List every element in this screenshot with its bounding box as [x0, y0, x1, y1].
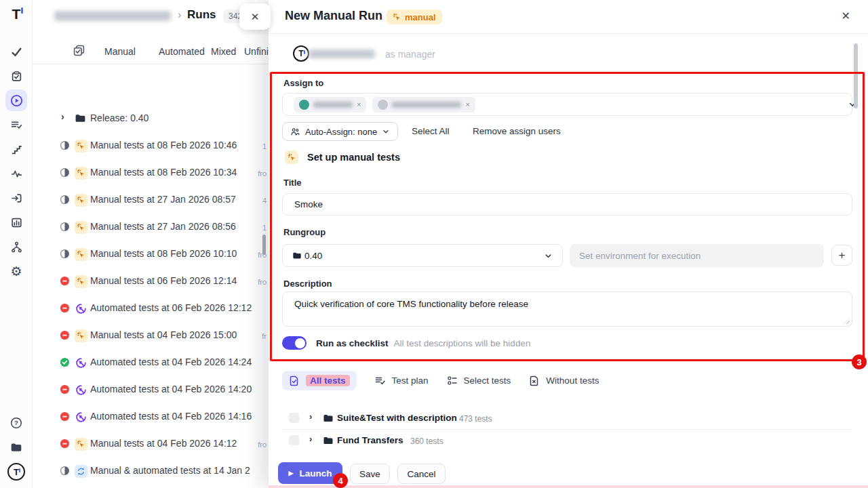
auto-assign-dropdown[interactable]: Auto-Assign: none — [282, 122, 398, 141]
run-list-item[interactable]: Manual tests at 08 Feb 2026 10:10fro — [33, 241, 269, 268]
run-folder-row[interactable]: › Release: 0.40 — [33, 105, 269, 132]
run-trailing-text: 4 — [262, 197, 267, 205]
tab-automated[interactable]: Automated — [159, 46, 205, 57]
run-list-item[interactable]: Automated tests at 06 Feb 2026 12:12 — [33, 295, 269, 322]
drawer-scrollbar-thumb[interactable] — [854, 43, 858, 108]
chip-remove-icon[interactable]: × — [357, 100, 361, 108]
manual-click-icon — [393, 13, 401, 22]
description-textarea[interactable]: Quick verification of core TMS functiona… — [282, 291, 852, 327]
run-list-item[interactable]: Manual tests at 04 Feb 2026 14:12fro — [33, 430, 269, 458]
chevron-right-icon[interactable]: › — [309, 434, 312, 444]
status-in-progress-icon — [60, 167, 70, 178]
close-icon[interactable]: ✕ — [842, 9, 850, 22]
assign-to-multiselect[interactable]: × × — [282, 93, 852, 116]
status-failed-icon — [60, 330, 70, 340]
assignee-name-redacted — [392, 102, 461, 108]
gear-icon[interactable]: ⚙ — [7, 262, 26, 281]
status-failed-icon — [60, 276, 70, 286]
stairs-icon[interactable] — [7, 140, 26, 159]
breadcrumb-runs[interactable]: Runs — [187, 8, 216, 22]
run-list-item[interactable]: Automated tests at 04 Feb 2026 14:20 — [33, 376, 269, 403]
status-failed-icon — [60, 303, 70, 313]
run-list-item[interactable]: Manual tests at 08 Feb 2026 10:34fro — [33, 159, 269, 186]
save-button[interactable]: Save — [350, 464, 390, 484]
annotation-step-4: 4 — [333, 473, 348, 488]
tab-manual[interactable]: Manual — [104, 46, 136, 57]
folder-icon — [75, 113, 86, 124]
environment-input[interactable]: Set environment for execution — [570, 244, 824, 267]
manual-run-icon — [75, 221, 87, 234]
branch-icon[interactable] — [7, 237, 26, 256]
run-label: Manual tests at 08 Feb 2026 10:10 — [90, 248, 237, 259]
rungroup-select[interactable]: 0.40 — [282, 244, 563, 267]
assignee-chip[interactable]: × — [294, 97, 366, 113]
resize-handle-icon[interactable] — [844, 318, 850, 324]
remove-assign-users-button[interactable]: Remove assign users — [473, 126, 561, 136]
select-all-icon[interactable] — [73, 45, 85, 56]
suite-checkbox[interactable] — [289, 413, 299, 423]
check-icon[interactable] — [7, 42, 26, 61]
play-icon: ▶ — [289, 470, 294, 476]
chip-remove-icon[interactable]: × — [465, 100, 469, 108]
tab-all-tests[interactable]: All tests — [282, 371, 357, 390]
chevron-right-icon[interactable]: › — [309, 411, 312, 422]
chevron-right-icon[interactable]: › — [61, 111, 64, 122]
manual-run-icon — [75, 167, 87, 180]
run-list-item[interactable]: Manual tests at 27 Jan 2026 08:574 — [33, 186, 269, 214]
assignee-name-redacted — [313, 102, 353, 108]
automated-run-icon — [75, 302, 87, 315]
app-window: T ⚙ ? T › Runs 342 Manual Automated Mixe… — [0, 0, 868, 488]
list-scrollbar-thumb[interactable] — [262, 235, 266, 255]
close-icon: ✕ — [251, 11, 260, 23]
assignee-chip[interactable]: × — [372, 97, 475, 113]
app-logo[interactable]: T — [0, 7, 33, 21]
run-list-item[interactable]: Manual tests at 06 Feb 2026 12:14fro — [33, 268, 269, 295]
breadcrumb-project-redacted[interactable] — [54, 11, 171, 21]
new-manual-run-drawer: New Manual Run manual ✕ T as manager Ass… — [269, 0, 868, 488]
help-icon[interactable]: ? — [7, 413, 26, 432]
run-label: Manual tests at 04 Feb 2026 14:12 — [90, 438, 237, 449]
manual-run-icon — [75, 438, 87, 451]
drawer-edge-close-button[interactable]: ✕ — [239, 3, 271, 30]
run-label: Manual tests at 06 Feb 2026 12:14 — [90, 275, 237, 286]
assignee-avatar — [299, 100, 309, 110]
folder-icon[interactable] — [7, 438, 26, 457]
run-list-item[interactable]: Automated tests at 04 Feb 2026 14:16 — [33, 403, 269, 430]
suite-row[interactable]: › Suite&Test with description 473 tests — [269, 407, 852, 429]
run-list-item[interactable]: Manual tests at 04 Feb 2026 15:00fr — [33, 322, 269, 349]
run-list-item[interactable]: Manual tests at 27 Jan 2026 08:561 — [33, 214, 269, 241]
annotation-step-3: 3 — [852, 354, 867, 369]
run-list-item[interactable]: Automated tests at 04 Feb 2026 14:24 — [33, 349, 269, 376]
rungroup-value: 0.40 — [304, 251, 322, 261]
pulse-icon[interactable] — [7, 164, 26, 183]
tab-select-tests[interactable]: Select tests — [447, 375, 511, 386]
cancel-button[interactable]: Cancel — [397, 464, 446, 484]
suite-row[interactable]: › Fund Transfers 360 tests — [269, 430, 852, 451]
status-passed-icon — [60, 357, 70, 367]
run-label: Manual tests at 27 Jan 2026 08:56 — [90, 221, 236, 232]
run-list-item[interactable]: Manual tests at 08 Feb 2026 10:461 — [33, 132, 269, 159]
breadcrumb-separator: › — [178, 9, 181, 21]
suite-checkbox[interactable] — [289, 435, 299, 445]
tab-mixed[interactable]: Mixed — [211, 46, 236, 57]
tab-test-plan[interactable]: Test plan — [375, 375, 429, 386]
bar-chart-icon[interactable] — [7, 213, 26, 232]
run-label: Automated tests at 04 Feb 2026 14:24 — [90, 357, 252, 367]
tab-without-tests[interactable]: Without tests — [529, 375, 599, 386]
run-list-item[interactable]: Manual & automated tests at 14 Jan 2 — [33, 458, 269, 485]
title-input[interactable]: Smoke — [282, 193, 852, 216]
manual-run-icon — [75, 194, 87, 207]
folder-icon — [323, 413, 334, 424]
add-environment-button[interactable]: + — [831, 245, 852, 266]
run-as-checklist-toggle[interactable] — [282, 336, 307, 350]
runs-filter-tabs: Manual Automated Mixed Unfinished — [33, 38, 269, 64]
clipboard-check-icon[interactable] — [7, 66, 26, 85]
drawer-header: New Manual Run manual ✕ — [269, 0, 868, 34]
list-check-icon[interactable] — [7, 115, 26, 134]
user-avatar[interactable]: T — [7, 462, 26, 481]
doc-x-icon — [529, 375, 540, 386]
play-circle-icon[interactable] — [5, 89, 27, 111]
automated-run-icon — [75, 384, 87, 396]
import-box-icon[interactable] — [7, 188, 26, 207]
select-all-button[interactable]: Select All — [412, 126, 450, 136]
